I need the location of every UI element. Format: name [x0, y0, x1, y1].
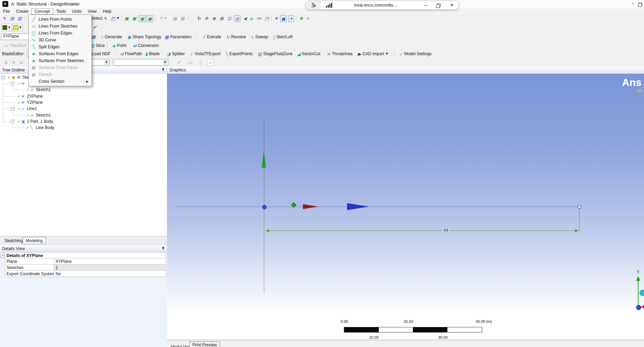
- menu-item-3d-curve[interactable]: ∿ 3D Curve: [29, 37, 91, 43]
- xform-button-1[interactable]: ⇅: [3, 59, 9, 66]
- tree-item-sketch1b[interactable]: ✓ ▱ Sketch1: [0, 112, 167, 118]
- details-row-value[interactable]: No: [54, 271, 166, 277]
- menu-units[interactable]: Units: [69, 8, 85, 14]
- splitter-button[interactable]: ◑Splitter: [166, 51, 186, 57]
- conversion-button[interactable]: ⇄Conversion: [132, 42, 160, 49]
- model-settings-button[interactable]: ✓Model Settings: [398, 51, 433, 57]
- face-filter-button[interactable]: ▣: [139, 15, 146, 22]
- gray-pencil-button[interactable]: ✐: [176, 59, 182, 66]
- zoom-in-button[interactable]: ⊞: [219, 15, 225, 21]
- next-view-button[interactable]: ▶: [249, 15, 255, 21]
- share-topology-button[interactable]: ◉Share Topology: [126, 34, 162, 40]
- select-mode-button[interactable]: ↖: [102, 15, 108, 21]
- edge-color-dropdown[interactable]: ▼: [1, 24, 12, 31]
- connection-minimize-button[interactable]: ─: [419, 3, 432, 8]
- sweep-button[interactable]: ∿Sweep: [249, 34, 269, 40]
- point-button[interactable]: ◈Point: [111, 42, 127, 49]
- sector-cut-button[interactable]: ◢SectorCut: [296, 51, 321, 57]
- body-filter-button[interactable]: ▣: [146, 15, 153, 22]
- vertex-display-button[interactable]: •: [288, 15, 294, 22]
- tab-print-preview[interactable]: Print Preview: [189, 341, 220, 347]
- wireframe-button[interactable]: ✳: [273, 15, 279, 21]
- look-at-plane-button[interactable]: ◳: [264, 15, 270, 21]
- box-select-button[interactable]: ◰▼: [110, 15, 120, 21]
- expander-icon[interactable]: −: [11, 120, 14, 123]
- menu-item-lines-from-sketches[interactable]: ▱ Lines From Sketches: [29, 23, 91, 30]
- details-row-value[interactable]: 1: [54, 265, 166, 271]
- details-row-value[interactable]: XYPlane: [54, 258, 166, 265]
- xform-button-3[interactable]: ≡: [18, 59, 24, 66]
- blade-button[interactable]: ◗Blade: [144, 51, 161, 57]
- extend-selection-button[interactable]: ↶▼: [158, 15, 167, 21]
- gray-tool-button2[interactable]: ▩: [179, 15, 186, 21]
- window-restore-button[interactable]: [637, 1, 644, 7]
- connection-restore-button[interactable]: [432, 2, 445, 8]
- menu-view[interactable]: View: [85, 8, 100, 14]
- sketch-combobox-2[interactable]: ▼: [113, 59, 168, 66]
- details-expander-icon[interactable]: −: [1, 254, 4, 258]
- window-minimize-button[interactable]: ─: [630, 1, 636, 7]
- tab-modeling[interactable]: Modeling: [23, 237, 46, 244]
- menu-item-surfaces-from-faces[interactable]: ▦ Surfaces From Faces: [29, 64, 91, 71]
- extrude-button[interactable]: ⇧Extrude: [201, 34, 222, 40]
- menu-file[interactable]: File: [0, 8, 13, 14]
- export-points-button[interactable]: ╲ExportPoints: [224, 51, 254, 57]
- tree-item-line1[interactable]: − ✓ ▱ Line1: [0, 106, 167, 112]
- xform-button-2[interactable]: ✛: [10, 59, 16, 66]
- menu-item-lines-from-edges[interactable]: □ Lines From Edges: [29, 30, 91, 37]
- unpin-button[interactable]: [306, 1, 321, 9]
- menu-item-surfaces-from-edges[interactable]: ▰ Surfaces From Edges: [29, 50, 91, 57]
- expander-icon[interactable]: −: [11, 82, 14, 86]
- tab-sketching[interactable]: Sketching: [2, 237, 26, 244]
- pin-button[interactable]: [161, 246, 165, 251]
- menu-item-detach[interactable]: ▣ Detach: [29, 71, 91, 78]
- menu-tools[interactable]: Tools: [53, 8, 69, 14]
- export-button[interactable]: ▥: [17, 15, 23, 21]
- iso-view-button[interactable]: ISO: [256, 15, 263, 21]
- menu-item-lines-from-points[interactable]: ╱ Lines From Points: [29, 16, 91, 23]
- display-plane-button[interactable]: ❖: [298, 15, 304, 21]
- menu-item-split-edges[interactable]: ╲ Split Edges: [29, 43, 91, 50]
- cad-import-button[interactable]: ▶CAD Import▼: [357, 51, 389, 57]
- thin-surface-button[interactable]: ▭Thin/Surf: [3, 42, 30, 49]
- gray-tool-button[interactable]: ▩: [172, 15, 178, 21]
- zoom-fit-button[interactable]: ⊙: [234, 15, 240, 22]
- graphics-viewport[interactable]: Ans 20 H1 0.00 20.00 40.00 (m): [167, 74, 644, 340]
- expander-icon[interactable]: −: [11, 107, 14, 111]
- shaded-view-button[interactable]: ◼: [280, 15, 287, 22]
- dimension-label[interactable]: H1: [443, 228, 449, 232]
- tree-item-yzplane[interactable]: ✓ ✛ YZPlane: [0, 99, 167, 106]
- gray-note-button[interactable]: ▭: [187, 59, 193, 66]
- flowpath-button[interactable]: ⇉FlowPath: [119, 51, 143, 57]
- pan-button[interactable]: ✛: [204, 15, 209, 21]
- menu-item-cross-section[interactable]: Cross Section ▶: [29, 78, 91, 85]
- tree-item-zxplane[interactable]: ✓ ✛ ZXPlane: [0, 93, 167, 99]
- tree-item-part[interactable]: − ✓ ▣ 1 Part, 1 Body: [0, 118, 167, 125]
- vista-tf-export-button[interactable]: ⇓VistaTFExport: [188, 51, 222, 57]
- save-button[interactable]: ▤: [9, 15, 15, 21]
- expander-icon[interactable]: −: [1, 76, 5, 79]
- display-points-button[interactable]: ➤: [305, 15, 311, 21]
- throat-area-button[interactable]: ≋ThroatArea: [326, 51, 354, 57]
- face-color-dropdown[interactable]: ▼: [12, 24, 23, 31]
- tree-item-sketch1[interactable]: ✓ ▱ Sketch1: [0, 87, 167, 93]
- parameters-button[interactable]: ▦Parameters: [164, 34, 192, 40]
- skin-loft-button[interactable]: ◊Skin/Loft: [272, 34, 294, 40]
- edge-filter-button[interactable]: ▣: [131, 15, 137, 21]
- generate-button[interactable]: ϟGenerate: [99, 34, 123, 40]
- connection-close-button[interactable]: ×: [445, 2, 458, 8]
- pin-button[interactable]: [161, 68, 165, 73]
- gray-box-button[interactable]: ▯: [198, 59, 202, 66]
- box-zoom-button[interactable]: ⊡: [226, 15, 232, 21]
- rotate-button[interactable]: ↻: [196, 15, 202, 21]
- sketch-edit-button[interactable]: ✎: [1, 15, 7, 21]
- new-sketch-button[interactable]: ✐: [92, 24, 98, 30]
- tree-item-line-body[interactable]: ✓ ╲ Line Body: [0, 125, 167, 131]
- vertex-filter-button[interactable]: ▣: [123, 15, 130, 21]
- menu-item-surfaces-from-sketches[interactable]: ▰ Surfaces From Sketches: [29, 57, 91, 64]
- menu-concept[interactable]: Concept: [31, 8, 53, 14]
- sketch-validate-button[interactable]: ✓: [207, 59, 214, 66]
- menu-help[interactable]: Help: [100, 8, 115, 14]
- menu-create[interactable]: Create: [13, 8, 31, 14]
- stage-fluid-zone-button[interactable]: ▥StageFluidZone: [257, 51, 294, 57]
